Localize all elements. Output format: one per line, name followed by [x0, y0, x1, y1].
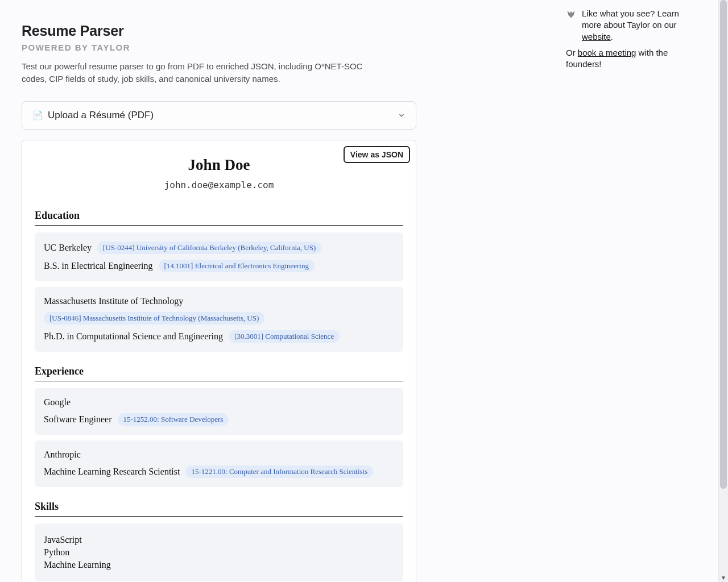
degree-name: B.S. in Electrical Engineering [44, 261, 153, 271]
website-link[interactable]: website [582, 32, 611, 41]
experience-card: Anthropic Machine Learning Research Scie… [35, 440, 403, 487]
fox-icon [566, 9, 576, 19]
book-meeting-link[interactable]: book a meeting [578, 48, 636, 57]
resume-email: john.doe@example.com [35, 180, 403, 190]
school-tag: [US-0244] University of California Berke… [97, 242, 321, 254]
company-name: Google [44, 397, 71, 408]
experience-section: Experience Google Software Engineer 15-1… [35, 365, 403, 487]
skills-section: Skills JavaScript Python Machine Learnin… [35, 501, 403, 581]
degree-name: Ph.D. in Computational Science and Engin… [44, 331, 223, 342]
scroll-down-arrow[interactable]: ▼ [721, 575, 726, 581]
job-tag: 15-1221.00: Computer and Information Res… [185, 465, 373, 478]
company-name: Anthropic [44, 450, 81, 460]
promo-text-1a: Like what you see? Learn more about Tayl… [582, 9, 679, 30]
skill-item: Python [44, 547, 394, 558]
intro-text: Test our powerful resume parser to go fr… [22, 60, 363, 85]
page-subtitle: POWERED BY TAYLOR [22, 43, 438, 52]
scrollbar[interactable]: ▲ ▼ [718, 0, 728, 582]
promo-text-1b: . [611, 32, 613, 41]
scroll-thumb[interactable] [720, 0, 727, 489]
degree-tag: [30.3001] Computational Science [229, 330, 340, 343]
job-title: Software Engineer [44, 414, 112, 425]
experience-heading: Experience [35, 365, 403, 381]
job-title: Machine Learning Research Scientist [44, 467, 180, 477]
skills-card: JavaScript Python Machine Learning [35, 523, 403, 581]
upload-label: Upload a Résumé (PDF) [48, 110, 154, 121]
skill-item: Machine Learning [44, 560, 394, 570]
page-title: Resume Parser [22, 23, 438, 39]
job-tag: 15-1252.00: Software Developers [118, 413, 229, 426]
promo-text-2a: Or [566, 48, 578, 57]
education-card: Massachusetts Institute of Technology [U… [35, 287, 403, 352]
experience-card: Google Software Engineer 15-1252.00: Sof… [35, 388, 403, 435]
school-name: Massachusetts Institute of Technology [44, 296, 183, 306]
education-section: Education UC Berkeley [US-0244] Universi… [35, 210, 403, 352]
education-card: UC Berkeley [US-0244] University of Cali… [35, 232, 403, 281]
document-icon: 📄 [32, 110, 43, 120]
view-as-json-button[interactable]: View as JSON [344, 146, 410, 163]
chevron-down-icon [398, 111, 406, 119]
education-heading: Education [35, 210, 403, 226]
promo-sidebar: Like what you see? Learn more about Tayl… [438, 0, 697, 70]
skills-heading: Skills [35, 501, 403, 517]
school-tag: [US-0846] Massachusetts Institute of Tec… [44, 312, 264, 325]
upload-accordion[interactable]: 📄 Upload a Résumé (PDF) [22, 101, 416, 130]
resume-panel: View as JSON John Doe john.doe@example.c… [22, 140, 416, 583]
degree-tag: [14.1001] Electrical and Electronics Eng… [159, 260, 315, 272]
school-name: UC Berkeley [44, 243, 92, 253]
skill-item: JavaScript [44, 535, 394, 545]
